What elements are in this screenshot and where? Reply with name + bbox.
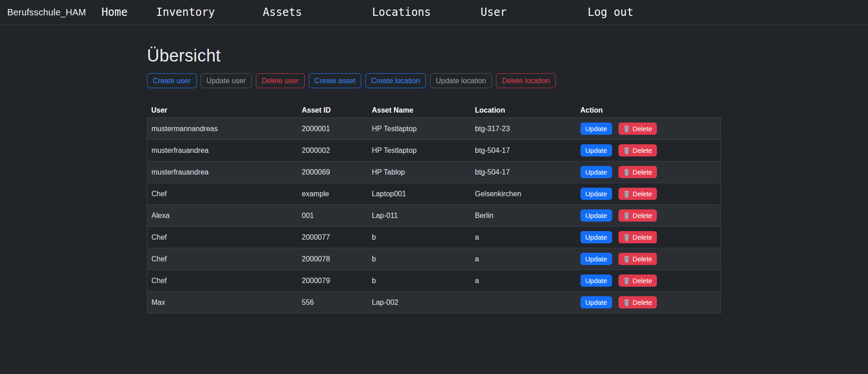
cell-action: Update Delete	[576, 118, 721, 140]
update-button[interactable]: Update	[580, 296, 612, 308]
cell-asset-id: 2000069	[298, 161, 368, 183]
cell-asset-name: b	[368, 270, 471, 292]
trash-icon	[623, 234, 630, 241]
trash-icon	[623, 299, 630, 306]
cell-action: Update Delete	[576, 183, 721, 205]
cell-location: Gelsenkirchen	[471, 183, 576, 205]
column-header-user: User	[147, 105, 298, 118]
cell-user: Chef	[147, 183, 298, 205]
cell-location: a	[471, 248, 576, 270]
update-button[interactable]: Update	[580, 209, 612, 222]
delete-button[interactable]: Delete	[618, 296, 656, 308]
cell-action: Update Delete	[576, 161, 721, 183]
cell-asset-id: 556	[298, 292, 368, 313]
cell-location: btg-504-17	[471, 140, 576, 161]
page-title: Übersicht	[147, 46, 721, 66]
cell-user: Max	[147, 292, 298, 313]
delete-button[interactable]: Delete	[618, 188, 656, 200]
table-row: Chef 2000078 b a Update Delete	[147, 248, 721, 270]
delete-button[interactable]: Delete	[618, 253, 656, 265]
cell-action: Update Delete	[576, 292, 721, 313]
cell-user: Chef	[147, 227, 298, 248]
delete-button[interactable]: Delete	[618, 123, 656, 135]
cell-action: Update Delete	[576, 205, 721, 227]
trash-icon	[623, 256, 630, 263]
cell-asset-id: example	[298, 183, 368, 205]
cell-user: Alexa	[147, 205, 298, 227]
trash-icon	[623, 169, 630, 176]
cell-user: Chef	[147, 248, 298, 270]
cell-asset-name: Laptop001	[368, 183, 471, 205]
nav-item-user[interactable]: User	[481, 6, 507, 19]
nav-item-logout[interactable]: Log out	[588, 6, 633, 19]
top-navbar: Berufsschule_HAM Home Inventory Assets L…	[0, 0, 868, 25]
column-header-asset-id: Asset ID	[298, 105, 368, 118]
cell-asset-name: HP Tablop	[368, 161, 471, 183]
assets-table: User Asset ID Asset Name Location Action…	[147, 105, 721, 313]
cell-asset-name: b	[368, 227, 471, 248]
cell-location: a	[471, 270, 576, 292]
cell-action: Update Delete	[576, 270, 721, 292]
nav-item-assets[interactable]: Assets	[263, 6, 302, 19]
create-asset-button[interactable]: Create asset	[309, 73, 362, 88]
create-user-button[interactable]: Create user	[147, 73, 197, 88]
cell-asset-id: 2000001	[298, 118, 368, 140]
cell-action: Update Delete	[576, 248, 721, 270]
nav-item-locations[interactable]: Locations	[372, 6, 431, 19]
delete-button[interactable]: Delete	[618, 275, 656, 287]
update-button[interactable]: Update	[580, 188, 612, 200]
delete-button[interactable]: Delete	[618, 144, 656, 156]
navbar-brand[interactable]: Berufsschule_HAM	[7, 7, 86, 18]
crud-toolbar: Create userUpdate userDelete userCreate …	[147, 73, 721, 88]
cell-asset-id: 2000079	[298, 270, 368, 292]
trash-icon	[623, 125, 630, 133]
delete-button[interactable]: Delete	[618, 209, 656, 222]
table-row: Chef 2000077 b a Update Delete	[147, 227, 721, 248]
table-row: Alexa 001 Lap-011 Berlin Update Delete	[147, 205, 721, 227]
nav-item-inventory[interactable]: Inventory	[156, 6, 215, 19]
cell-asset-id: 2000002	[298, 140, 368, 161]
delete-location-button[interactable]: Delete location	[496, 73, 556, 88]
column-header-location: Location	[471, 105, 576, 118]
cell-user: mustermannandreas	[147, 118, 298, 140]
update-user-button[interactable]: Update user	[201, 73, 252, 88]
update-button[interactable]: Update	[580, 275, 612, 287]
update-button[interactable]: Update	[580, 231, 612, 243]
cell-action: Update Delete	[576, 140, 721, 161]
cell-location: btg-504-17	[471, 161, 576, 183]
trash-icon	[623, 147, 630, 154]
table-row: Chef 2000079 b a Update Delete	[147, 270, 721, 292]
trash-icon	[623, 190, 630, 198]
cell-location: btg-317-23	[471, 118, 576, 140]
cell-asset-name: Lap-002	[368, 292, 471, 313]
trash-icon	[623, 212, 630, 219]
table-row: Chef example Laptop001 Gelsenkirchen Upd…	[147, 183, 721, 205]
cell-asset-name: b	[368, 248, 471, 270]
cell-user: musterfrauandrea	[147, 161, 298, 183]
table-row: Max 556 Lap-002 Update Delete	[147, 292, 721, 313]
nav-item-home[interactable]: Home	[101, 6, 127, 19]
table-row: musterfrauandrea 2000002 HP Testlaptop b…	[147, 140, 721, 161]
column-header-action: Action	[576, 105, 721, 118]
table-row: mustermannandreas 2000001 HP Testlaptop …	[147, 118, 721, 140]
table-header-row: User Asset ID Asset Name Location Action	[147, 105, 721, 118]
update-button[interactable]: Update	[580, 166, 612, 178]
cell-location	[471, 292, 576, 313]
trash-icon	[623, 277, 630, 284]
create-location-button[interactable]: Create location	[365, 73, 426, 88]
cell-asset-name: HP Testlaptop	[368, 140, 471, 161]
cell-location: Berlin	[471, 205, 576, 227]
cell-location: a	[471, 227, 576, 248]
delete-button[interactable]: Delete	[618, 231, 656, 243]
update-button[interactable]: Update	[580, 123, 612, 135]
cell-user: musterfrauandrea	[147, 140, 298, 161]
cell-action: Update Delete	[576, 227, 721, 248]
cell-asset-id: 2000078	[298, 248, 368, 270]
update-button[interactable]: Update	[580, 253, 612, 265]
cell-asset-id: 2000077	[298, 227, 368, 248]
delete-button[interactable]: Delete	[618, 166, 656, 178]
update-button[interactable]: Update	[580, 144, 612, 156]
delete-user-button[interactable]: Delete user	[256, 73, 305, 88]
update-location-button[interactable]: Update location	[430, 73, 492, 88]
cell-asset-id: 001	[298, 205, 368, 227]
